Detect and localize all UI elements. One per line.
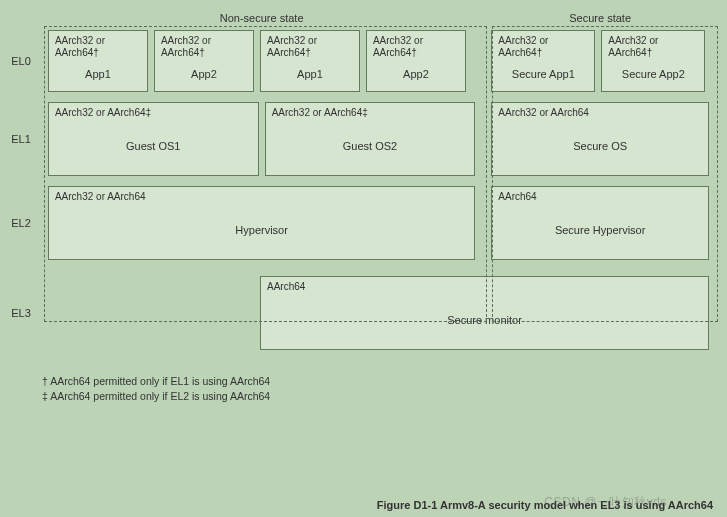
box-label: Guest OS2	[272, 119, 469, 169]
arch-label: AArch32 or AArch64	[55, 191, 468, 203]
state-headers: Non-secure state Secure state	[42, 8, 715, 26]
el1-row: EL1 AArch32 or AArch64‡ Guest OS1 AArch3…	[0, 102, 715, 176]
arch-label: AArch32 or AArch64†	[373, 35, 459, 59]
nonsecure-state-header: Non-secure state	[42, 8, 481, 26]
footnotes: † AArch64 permitted only if EL1 is using…	[42, 374, 715, 403]
el1-secure-os: AArch32 or AArch64 Secure OS	[491, 102, 709, 176]
el0-ns-app2-a: AArch32 or AArch64† App2	[154, 30, 254, 92]
box-label: Secure App2	[608, 59, 698, 85]
el3-row: EL3 AArch64 Secure monitor	[0, 276, 715, 350]
el0-s-app1: AArch32 or AArch64† Secure App1	[491, 30, 595, 92]
box-label: App1	[267, 59, 353, 85]
el2-row: EL2 AArch32 or AArch64 Hypervisor AArch6…	[0, 186, 715, 260]
el1-guest-os1: AArch32 or AArch64‡ Guest OS1	[48, 102, 259, 176]
el1-secure: AArch32 or AArch64 Secure OS	[485, 102, 715, 176]
el0-label: EL0	[0, 30, 42, 92]
footnote-dagger: † AArch64 permitted only if EL1 is using…	[42, 374, 715, 389]
el2-secure-hypervisor: AArch64 Secure Hypervisor	[491, 186, 709, 260]
el0-s-app2: AArch32 or AArch64† Secure App2	[601, 30, 705, 92]
el3-label: EL3	[0, 276, 42, 350]
armv8a-security-diagram: Non-secure state Secure state EL0 AArch3…	[0, 8, 715, 403]
secure-state-header: Secure state	[485, 8, 715, 26]
el1-guest-os2: AArch32 or AArch64‡ Guest OS2	[265, 102, 476, 176]
el0-row: EL0 AArch32 or AArch64† App1 AArch32 or …	[0, 30, 715, 92]
el0-ns-app2-b: AArch32 or AArch64† App2	[366, 30, 466, 92]
arch-label: AArch32 or AArch64‡	[55, 107, 252, 119]
box-label: Hypervisor	[55, 203, 468, 253]
arch-label: AArch32 or AArch64	[498, 107, 702, 119]
box-label: Secure Hypervisor	[498, 203, 702, 253]
arch-label: AArch32 or AArch64†	[267, 35, 353, 59]
arch-label: AArch32 or AArch64†	[608, 35, 698, 59]
arch-label: AArch64	[498, 191, 702, 203]
el0-nonsecure: AArch32 or AArch64† App1 AArch32 or AArc…	[42, 30, 481, 92]
el0-ns-app1-a: AArch32 or AArch64† App1	[48, 30, 148, 92]
el0-ns-app1-b: AArch32 or AArch64† App1	[260, 30, 360, 92]
el3-secure-monitor: AArch64 Secure monitor	[260, 276, 709, 350]
el2-nonsecure: AArch32 or AArch64 Hypervisor	[42, 186, 481, 260]
arch-label: AArch64	[267, 281, 702, 293]
el2-label: EL2	[0, 186, 42, 260]
box-label: App1	[55, 59, 141, 85]
box-label: Secure monitor	[267, 293, 702, 343]
el2-hypervisor: AArch32 or AArch64 Hypervisor	[48, 186, 475, 260]
arch-label: AArch32 or AArch64†	[55, 35, 141, 59]
figure-caption: Figure D1-1 Armv8-A security model when …	[377, 499, 713, 511]
footnote-ddagger: ‡ AArch64 permitted only if EL2 is using…	[42, 389, 715, 404]
box-label: App2	[373, 59, 459, 85]
arch-label: AArch32 or AArch64‡	[272, 107, 469, 119]
arch-label: AArch32 or AArch64†	[498, 35, 588, 59]
el2-secure: AArch64 Secure Hypervisor	[485, 186, 715, 260]
box-label: Secure OS	[498, 119, 702, 169]
el0-secure: AArch32 or AArch64† Secure App1 AArch32 …	[485, 30, 715, 92]
el3-spacer	[42, 276, 260, 350]
box-label: Secure App1	[498, 59, 588, 85]
el1-nonsecure: AArch32 or AArch64‡ Guest OS1 AArch32 or…	[42, 102, 481, 176]
el1-label: EL1	[0, 102, 42, 176]
box-label: App2	[161, 59, 247, 85]
box-label: Guest OS1	[55, 119, 252, 169]
arch-label: AArch32 or AArch64†	[161, 35, 247, 59]
